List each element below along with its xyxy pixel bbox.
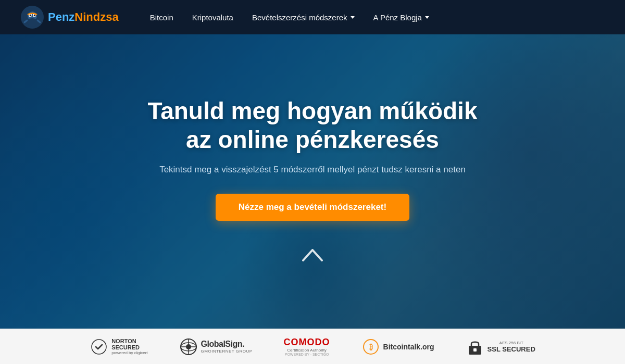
nav-links: Bitcoin Kriptovaluta Bevételszerzési mód…: [150, 13, 429, 22]
globalsign-icon: [179, 337, 198, 356]
ssl-text: AES 256 BIT SSL SECURED: [488, 341, 535, 353]
globalsign-text: GlobalSign. GMOINTERNET GROUP: [201, 340, 253, 354]
comodo-text-area: COMODO Certification Authority POWERED B…: [284, 337, 330, 356]
hero-title: Tanuld meg hogyan működik az online pénz…: [148, 97, 478, 154]
nav-link-bitcoin[interactable]: Bitcoin: [150, 13, 173, 22]
scroll-arrow[interactable]: [148, 247, 478, 266]
svg-text:₿: ₿: [369, 343, 372, 351]
cta-button[interactable]: Nézze meg a bevételi módszereket!: [216, 194, 409, 221]
chevron-up-icon: [301, 247, 324, 266]
bitcointalk-icon: ₿: [361, 337, 380, 356]
hero-section: Tanuld meg hogyan működik az online pénz…: [0, 34, 625, 329]
cta-container: Nézze meg a bevételi módszereket!: [148, 194, 478, 242]
chevron-down-icon: [351, 16, 355, 19]
ssl-badge: AES 256 BIT SSL SECURED: [466, 337, 535, 356]
norton-badge: NORTON SECURED powered by digicert: [90, 337, 147, 356]
logo-text: PenzNindzsa: [48, 10, 119, 24]
nav-link-bevetelek[interactable]: Bevételszerzési módszerek: [252, 13, 355, 22]
comodo-sub: Certification Authority: [284, 348, 330, 353]
nav-link-kriptovaluta[interactable]: Kriptovaluta: [192, 13, 233, 22]
bitcointalk-label: Bitcointalk.org: [383, 343, 434, 351]
norton-text: NORTON SECURED powered by digicert: [111, 338, 147, 355]
comodo-badge: COMODO Certification Authority POWERED B…: [284, 337, 330, 356]
hero-subtitle: Tekintsd meg a visszajelzést 5 módszerrő…: [148, 165, 478, 175]
norton-icon: [90, 337, 108, 356]
ssl-lock-icon: [466, 337, 484, 356]
trust-comodo: COMODO Certification Authority POWERED B…: [284, 337, 330, 356]
trust-bar: NORTON SECURED powered by digicert Globa…: [0, 329, 625, 364]
svg-point-4: [30, 15, 32, 17]
trust-norton: NORTON SECURED powered by digicert: [90, 337, 147, 356]
bitcointalk-badge: ₿ Bitcointalk.org: [361, 337, 434, 356]
logo[interactable]: PenzNindzsa: [21, 6, 119, 29]
logo-icon: [21, 6, 44, 29]
svg-point-19: [474, 348, 476, 350]
nav-link-blog[interactable]: A Pénz Blogja: [373, 13, 429, 22]
nav-item-blog[interactable]: A Pénz Blogja: [373, 13, 429, 22]
globalsign-badge: GlobalSign. GMOINTERNET GROUP: [179, 337, 253, 356]
trust-bitcointalk: ₿ Bitcointalk.org: [361, 337, 434, 356]
navbar: PenzNindzsa Bitcoin Kriptovaluta Bevétel…: [0, 0, 625, 34]
nav-item-bitcoin[interactable]: Bitcoin: [150, 13, 173, 22]
nav-item-bevetelek[interactable]: Bevételszerzési módszerek: [252, 13, 355, 22]
svg-point-5: [34, 15, 36, 17]
logo-penz: Penz: [48, 10, 74, 23]
svg-point-9: [92, 340, 106, 354]
nav-item-kriptovaluta[interactable]: Kriptovaluta: [192, 13, 233, 22]
hero-content: Tanuld meg hogyan működik az online pénz…: [138, 97, 488, 266]
chevron-down-icon-2: [425, 16, 429, 19]
comodo-label: COMODO: [284, 337, 330, 348]
logo-nindzsa: Nindzsa: [74, 10, 118, 23]
trust-globalsign: GlobalSign. GMOINTERNET GROUP: [179, 337, 253, 356]
svg-point-6: [27, 18, 38, 27]
trust-ssl: AES 256 BIT SSL SECURED: [466, 337, 535, 356]
